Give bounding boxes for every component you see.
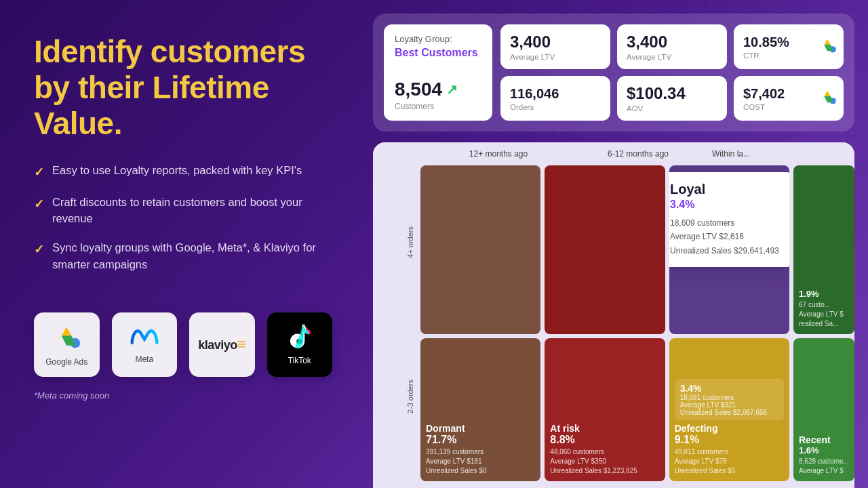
klaviyo-text: klaviyo≡	[198, 336, 245, 353]
recent-pct: 1.6%	[799, 445, 849, 455]
heatmap-cell-2-0: Loyal 3.4% 18,609 customers Average LTV …	[669, 165, 789, 334]
kpi-label-1: Average LTV	[627, 53, 717, 61]
recent-stat-2: Average LTV $	[799, 466, 849, 476]
chart-col-label-1: 6-12 months ago	[572, 149, 704, 159]
feature-item-3: ✓ Sync loyalty groups with Google, Meta*…	[34, 239, 332, 273]
best-stat-2: Average LTV $	[799, 310, 849, 319]
kpi-item-4: $100.34 AOV	[617, 76, 727, 121]
feature-text-3: Sync loyalty groups with Google, Meta*, …	[52, 239, 332, 273]
atrisk-stat-2: Average LTV $350	[550, 457, 659, 466]
heatmap: Dormant 71.7% 391,139 customers Average …	[420, 165, 854, 488]
dormant-stat-3: Unrealized Sales $0	[426, 466, 535, 476]
loyal-tooltip: Loyal 3.4% 18,609 customers Average LTV …	[669, 172, 789, 267]
ads-icon-ctr	[818, 36, 837, 58]
check-icon-1: ✓	[34, 163, 44, 182]
dormant-title: Dormant	[426, 423, 535, 434]
kpi-grid: 3,400 Average LTV 3,400 Average LTV 10.8…	[500, 24, 844, 121]
loyalty-group-label: Loyalty Group:	[395, 34, 481, 44]
dormant-stat-1: 391,139 customers	[426, 447, 535, 457]
y-axis: 4+ orders 2-3 orders	[373, 165, 420, 488]
tiktok-logo: TikTok	[267, 312, 333, 377]
atrisk-stat-3: Unrealized Sales $1,223,825	[550, 466, 659, 476]
defecting-stat-2: Average LTV $78	[675, 457, 784, 466]
heatmap-cell-3-1: Recent 1.6% 8,628 custome... Average LTV…	[793, 338, 854, 481]
heatmap-col-0: Dormant 71.7% 391,139 customers Average …	[420, 165, 540, 481]
feature-item-2: ✓ Craft discounts to retain customers an…	[34, 194, 332, 228]
google-ads-icon	[52, 322, 81, 352]
y-label-bottom: 2-3 orders	[406, 380, 415, 413]
tooltip-stat-3: Unrealized Sales $29,641,493	[670, 244, 784, 258]
heatmap-cell-2-1: 3.4% 18,681 customers Average LTV $321 U…	[669, 338, 789, 481]
recent-stat-1: 8,628 custome...	[799, 457, 849, 466]
kpi-value-3: 116,046	[510, 86, 601, 102]
defecting-title: Defecting	[675, 423, 784, 434]
chart-header: 12+ months ago 6-12 months ago Within la…	[373, 142, 854, 165]
heatmap-cell-1-0	[545, 165, 665, 334]
check-icon-3: ✓	[34, 241, 44, 259]
kpi-item-1: 3,400 Average LTV	[617, 24, 727, 69]
google-ads-label: Google Ads	[45, 357, 87, 367]
feature-text-1: Easy to use Loyalty reports, packed with…	[52, 162, 302, 179]
chart-col-label-0: 12+ months ago	[433, 149, 564, 159]
loyalty-group-value: Best Customers	[395, 47, 481, 59]
tooltip-title: Loyal	[670, 182, 784, 197]
atrisk-pct: 8.8%	[550, 434, 659, 446]
kpi-item-5: $7,402 COST	[734, 76, 844, 121]
tooltip-pct: 3.4%	[670, 199, 784, 211]
hero-title: Identify customers by their Lifetime Val…	[34, 34, 332, 142]
atrisk-stat-1: 48,060 customers	[550, 447, 659, 457]
kpi-value-1: 3,400	[627, 33, 717, 52]
heatmap-col-1: At risk 8.8% 48,060 customers Average LT…	[545, 165, 665, 481]
best-stat-1: 67 custo...	[799, 300, 849, 310]
recent-title: Recent	[799, 434, 849, 445]
integration-logos: Google Ads Meta klaviyo≡	[34, 312, 332, 377]
best-pct: 1.9%	[799, 289, 849, 299]
chart-col-label-2: Within la...	[712, 149, 844, 159]
heatmap-cell-0-0	[420, 165, 540, 334]
defecting-pct: 9.1%	[675, 434, 784, 446]
kpi-item-0: 3,400 Average LTV	[500, 24, 610, 69]
kpi-value-0: 3,400	[510, 33, 601, 52]
defecting-stat-3: Unrealized Sales $0	[675, 466, 784, 476]
feature-list: ✓ Easy to use Loyalty reports, packed wi…	[34, 162, 332, 285]
heatmap-col-3: 1.9% 67 custo... Average LTV $ realized …	[793, 165, 854, 481]
meta-logo: Meta	[112, 312, 178, 377]
ads-icon-cost	[818, 87, 837, 109]
check-icon-2: ✓	[34, 195, 44, 214]
feature-text-2: Craft discounts to retain customers and …	[52, 194, 332, 228]
kpi-section: Loyalty Group: Best Customers 8,504 ↗ Cu…	[373, 14, 854, 131]
customers-label: Customers	[395, 102, 481, 111]
kpi-item-3: 116,046 Orders	[500, 76, 610, 121]
kpi-label-4: AOV	[627, 104, 717, 113]
kpi-label-3: Orders	[510, 103, 601, 111]
heatmap-cell-1-1: At risk 8.8% 48,060 customers Average LT…	[545, 338, 665, 481]
tiktok-icon	[286, 323, 313, 350]
chart-section: 12+ months ago 6-12 months ago Within la…	[373, 142, 854, 488]
kpi-label-0: Average LTV	[510, 53, 601, 61]
dormant-stat-2: Average LTV $181	[426, 457, 535, 466]
kpi-value-4: $100.34	[627, 84, 717, 103]
tooltip-stat-2: Average LTV $2,616	[670, 230, 784, 243]
feature-item-1: ✓ Easy to use Loyalty reports, packed wi…	[34, 162, 332, 182]
y-label-top: 4+ orders	[406, 226, 415, 258]
meta-label: Meta	[135, 354, 153, 364]
chart-body: 4+ orders 2-3 orders Dormant 71.7% 391,1…	[373, 165, 854, 488]
left-panel: Identify customers by their Lifetime Val…	[0, 0, 366, 488]
heatmap-cell-3-0: 1.9% 67 custo... Average LTV $ realized …	[793, 165, 854, 334]
footnote: *Meta coming soon	[34, 390, 332, 401]
klaviyo-logo: klaviyo≡	[189, 312, 255, 377]
tiktok-label: TikTok	[288, 356, 311, 365]
heatmap-cell-0-1: Dormant 71.7% 391,139 customers Average …	[420, 338, 540, 481]
kpi-item-2: 10.85% CTR	[734, 24, 844, 69]
google-ads-logo: Google Ads	[34, 312, 100, 377]
customers-number: 8,504 ↗	[395, 79, 481, 100]
best-stat-3: realized Sa...	[799, 319, 849, 329]
meta-icon	[130, 325, 159, 349]
right-panel: Loyalty Group: Best Customers 8,504 ↗ Cu…	[366, 0, 868, 488]
kpi-main-card: Loyalty Group: Best Customers 8,504 ↗ Cu…	[384, 24, 492, 121]
tooltip-stat-1: 18,609 customers	[670, 216, 784, 230]
trend-arrow-icon: ↗	[446, 81, 458, 98]
defecting-stat-1: 49,811 customers	[675, 447, 784, 457]
heatmap-col-2: Loyal 3.4% 18,609 customers Average LTV …	[669, 165, 789, 481]
dormant-pct: 71.7%	[426, 434, 535, 446]
